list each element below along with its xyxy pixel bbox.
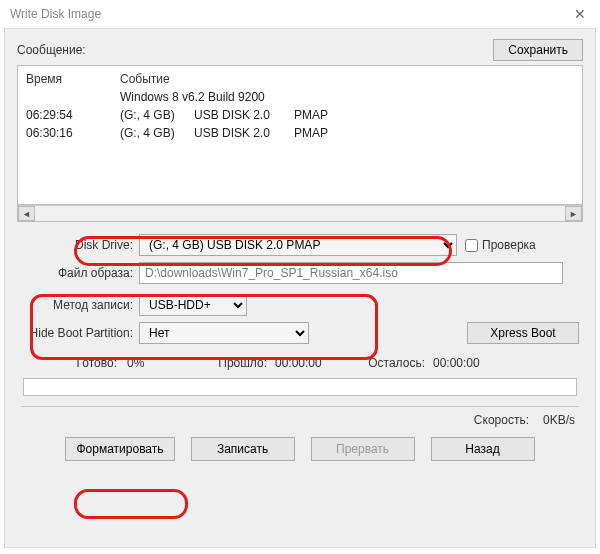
image-file-field[interactable]: [139, 262, 563, 284]
log-device: USB DISK 2.0: [194, 124, 294, 142]
write-method-label: Метод записи:: [21, 298, 139, 312]
dialog-content: Сообщение: Сохранить Время Событие Windo…: [4, 28, 596, 548]
hide-boot-select[interactable]: Нет: [139, 322, 309, 344]
log-time: 06:30:16: [26, 124, 120, 142]
verify-checkbox[interactable]: [465, 239, 478, 252]
elapsed-label: Прошло:: [205, 356, 275, 370]
scroll-left-icon[interactable]: ◄: [18, 206, 35, 221]
window-title: Write Disk Image: [10, 7, 101, 21]
write-button[interactable]: Записать: [191, 437, 295, 461]
hide-boot-label: Hide Boot Partition:: [21, 326, 139, 340]
format-button[interactable]: Форматировать: [65, 437, 174, 461]
scroll-right-icon[interactable]: ►: [565, 206, 582, 221]
abort-button[interactable]: Прервать: [311, 437, 415, 461]
log-map: PMAP: [294, 124, 354, 142]
verify-checkbox-wrap[interactable]: Проверка: [465, 238, 536, 252]
log-drive: (G:, 4 GB): [120, 124, 194, 142]
titlebar: Write Disk Image ✕: [0, 0, 600, 28]
divider: [21, 406, 579, 407]
remaining-value: 00:00:00: [433, 356, 480, 370]
log-col-time: Время: [26, 72, 120, 86]
log-map: PMAP: [294, 106, 354, 124]
speed-value: 0KB/s: [543, 413, 575, 427]
xpress-boot-button[interactable]: Xpress Boot: [467, 322, 579, 344]
image-file-label: Файл образа:: [21, 266, 139, 280]
message-label: Сообщение:: [17, 43, 86, 57]
percent-value: 0%: [127, 356, 205, 370]
log-row: 06:29:54 (G:, 4 GB) USB DISK 2.0 PMAP: [26, 106, 574, 124]
write-method-select[interactable]: USB-HDD+: [139, 294, 247, 316]
log-time: 06:29:54: [26, 106, 120, 124]
close-icon[interactable]: ✕: [568, 6, 592, 22]
log-col-event: Событие: [120, 72, 170, 86]
back-button[interactable]: Назад: [431, 437, 535, 461]
log-row: 06:30:16 (G:, 4 GB) USB DISK 2.0 PMAP: [26, 124, 574, 142]
log-device: USB DISK 2.0: [194, 106, 294, 124]
log-rows: Windows 8 v6.2 Build 9200 06:29:54 (G:, …: [26, 88, 574, 142]
horizontal-scrollbar[interactable]: ◄ ►: [17, 205, 583, 222]
progress-bar: [23, 378, 577, 396]
disk-drive-label: Disk Drive:: [21, 238, 139, 252]
speed-label: Скорость:: [474, 413, 529, 427]
ready-label: Готово:: [21, 356, 127, 370]
remaining-label: Осталось:: [355, 356, 433, 370]
log-drive: (G:, 4 GB): [120, 106, 194, 124]
verify-label: Проверка: [482, 238, 536, 252]
log-os-line: Windows 8 v6.2 Build 9200: [120, 88, 265, 106]
log-area: Время Событие Windows 8 v6.2 Build 9200 …: [17, 65, 583, 205]
save-button[interactable]: Сохранить: [493, 39, 583, 61]
elapsed-value: 00:00:00: [275, 356, 355, 370]
disk-drive-select[interactable]: (G:, 4 GB) USB DISK 2.0 PMAP: [139, 234, 457, 256]
